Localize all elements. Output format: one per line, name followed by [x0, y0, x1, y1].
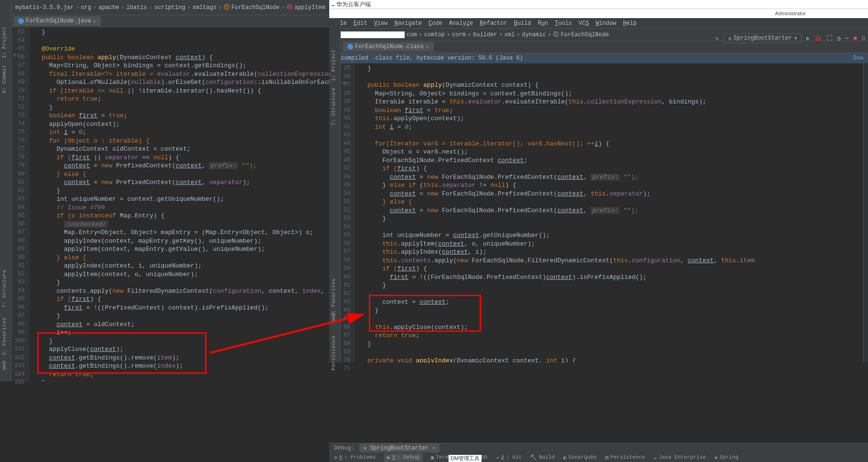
- status-spring[interactable]: ❀Spring: [714, 454, 738, 461]
- crumb[interactable]: dynamic: [522, 31, 546, 38]
- right-side-gutter: 1: Project 7: Structure 2: Favorites Web…: [329, 18, 341, 362]
- tool-project[interactable]: 1: Project: [329, 47, 338, 84]
- download-sources-link[interactable]: Dow: [853, 55, 863, 62]
- right-scrollbar[interactable]: [863, 63, 868, 362]
- right-editor-pane: ☁ 华为云客户端 Administrator File Edit View Na…: [329, 0, 868, 381]
- spring-icon: ❀: [363, 445, 366, 452]
- taskbar-app-label: DM管理工具: [449, 455, 481, 462]
- override-gutter-icon[interactable]: O↑: [343, 81, 348, 86]
- crumb[interactable]: com: [407, 31, 417, 38]
- bottom-status-area: Debug: ❀ SpringBootStarter ✕ ⊘6: Problem…: [329, 443, 868, 462]
- menu-vcs[interactable]: VCS: [579, 20, 589, 27]
- tool-commit[interactable]: 0: Commit: [0, 62, 9, 96]
- menu-code[interactable]: Code: [429, 20, 442, 27]
- status-problems[interactable]: ⊘6: Problems: [334, 454, 376, 461]
- code-text[interactable]: } @Override public boolean apply(Dynamic…: [30, 27, 329, 381]
- tab-label: ForEachSqlNode.class: [355, 43, 424, 50]
- close-icon[interactable]: ✕: [426, 44, 429, 50]
- back-icon[interactable]: ↖: [716, 35, 719, 42]
- override-gutter-icon[interactable]: O↑: [13, 53, 19, 58]
- main-menu-bar[interactable]: File Edit View Navigate Code Analyze Ref…: [329, 18, 868, 29]
- tool-structure[interactable]: 7: Structure: [329, 85, 338, 128]
- crumb[interactable]: scripting: [154, 4, 185, 11]
- status-java-enterprise[interactable]: ☕Java Enterprise: [654, 454, 706, 461]
- decompiled-banner: Decompiled .class file, bytecode version…: [329, 53, 868, 63]
- java-file-icon: [18, 18, 24, 24]
- menu-build[interactable]: Build: [514, 20, 531, 27]
- run-config-select[interactable]: ❀ SpringBootStarter ▾: [724, 33, 802, 43]
- more-icon[interactable]: ⋯: [845, 35, 848, 42]
- crumb[interactable]: apache: [98, 4, 119, 11]
- tool-web[interactable]: Web: [329, 309, 338, 324]
- right-window-titlebar: ☁ 华为云客户端: [329, 0, 868, 9]
- profile-icon[interactable]: ◷: [837, 35, 840, 42]
- crumb[interactable]: org: [81, 4, 92, 11]
- tool-favorites[interactable]: 2: Favorites: [0, 315, 9, 358]
- menu-window[interactable]: Window: [596, 20, 616, 27]
- coverage-icon[interactable]: ⛶: [826, 35, 832, 42]
- run-icon[interactable]: ▶: [806, 35, 810, 42]
- tool-web[interactable]: Web: [0, 358, 9, 373]
- menu-edit[interactable]: Edit: [354, 20, 367, 27]
- run-toolbar: ↖ ❀ SpringBootStarter ▾ ▶ 🐞 ⛶ ◷ ⋯ ■ G: [716, 33, 865, 43]
- crumb[interactable]: ibatis: [126, 4, 147, 11]
- git-icon[interactable]: G: [862, 35, 865, 42]
- left-tab-bar: ForEachSqlNode.java ✕: [11, 15, 329, 27]
- class-icon: Ⓒ: [553, 31, 559, 39]
- crumb[interactable]: xmltags: [192, 4, 216, 11]
- cloud-icon: ☁: [331, 1, 335, 8]
- status-persistence[interactable]: ▤Persistence: [605, 454, 645, 461]
- status-sonarqube[interactable]: ◐SonarQube: [563, 454, 596, 461]
- status-build[interactable]: 🔨Build: [530, 454, 554, 461]
- admin-user-label: Administrator: [775, 10, 806, 16]
- class-file-icon: [347, 44, 353, 50]
- menu-help[interactable]: Help: [623, 20, 637, 27]
- crumb[interactable]: xml: [504, 31, 515, 38]
- close-icon[interactable]: ✕: [93, 18, 96, 24]
- menu-tools[interactable]: Tools: [555, 20, 572, 27]
- tool-project[interactable]: 1: Project: [0, 24, 9, 61]
- editor-tab[interactable]: ForEachSqlNode.java ✕: [13, 16, 101, 26]
- menu-view[interactable]: View: [374, 20, 388, 27]
- method-icon: ⓜ: [287, 3, 293, 11]
- menu-analyze[interactable]: Analyze: [449, 20, 473, 27]
- menu-navigate[interactable]: Navigate: [394, 20, 422, 27]
- crumb[interactable]: comtop: [424, 31, 445, 38]
- crumb[interactable]: ForEachSqlNode: [561, 31, 609, 38]
- browser-address-area: Administrator: [329, 9, 868, 18]
- crumb[interactable]: corm: [452, 31, 466, 38]
- spring-icon: ❀: [728, 35, 732, 42]
- editor-tab[interactable]: ForEachSqlNode.class ✕: [343, 42, 434, 51]
- line-numbers: 3536373839404142434445464748495051525354…: [341, 63, 355, 362]
- crumb[interactable]: mybatis-3.5.9.jar: [15, 4, 73, 11]
- redacted-path: [333, 31, 405, 38]
- debug-session-tab[interactable]: ❀ SpringBootStarter ✕: [359, 443, 439, 452]
- crumb[interactable]: ForEachSqlNode: [231, 4, 280, 11]
- left-breadcrumb[interactable]: mybatis-3.5.9.jar› org› apache› ibatis› …: [11, 0, 329, 15]
- crumb[interactable]: builder: [473, 31, 497, 38]
- crumb[interactable]: applyItem: [294, 4, 325, 11]
- menu-refactor[interactable]: Refactor: [480, 20, 507, 27]
- debug-icon[interactable]: 🐞: [815, 35, 822, 42]
- tab-label: ForEachSqlNode.java: [26, 18, 91, 24]
- status-git[interactable]: ↗9: Git: [496, 454, 522, 461]
- class-icon: Ⓒ: [224, 3, 230, 11]
- left-side-gutter: 1: Project 0: Commit 7: Structure 2: Fav…: [0, 0, 11, 381]
- right-code-area[interactable]: 3536373839404142434445464748495051525354…: [341, 63, 868, 362]
- menu-run[interactable]: Run: [538, 20, 548, 27]
- titlebar-text: 华为云客户端: [336, 0, 371, 9]
- line-numbers: 6364656667686970717273747576777879808182…: [11, 27, 30, 381]
- status-debug[interactable]: ▶5: Debug: [384, 453, 422, 462]
- debug-label: Debug:: [334, 445, 355, 452]
- stop-icon[interactable]: ■: [854, 35, 857, 42]
- close-icon[interactable]: ✕: [432, 445, 435, 452]
- tool-persistence[interactable]: Persistence: [329, 333, 338, 373]
- tool-structure[interactable]: 7: Structure: [0, 267, 9, 310]
- code-text[interactable]: } public boolean apply(DynamicContext co…: [355, 63, 868, 362]
- banner-text: Decompiled .class file, bytecode version…: [334, 55, 523, 62]
- debug-tool-window-tabs: Debug: ❀ SpringBootStarter ✕: [329, 443, 868, 453]
- left-code-area[interactable]: 6364656667686970717273747576777879808182…: [11, 27, 329, 381]
- status-bar: ⊘6: Problems ▶5: Debug ▣Terminal ☑TODO ↗…: [329, 453, 868, 462]
- chevron-down-icon: ▾: [794, 35, 797, 42]
- left-editor-pane: 1: Project 0: Commit 7: Structure 2: Fav…: [0, 0, 329, 381]
